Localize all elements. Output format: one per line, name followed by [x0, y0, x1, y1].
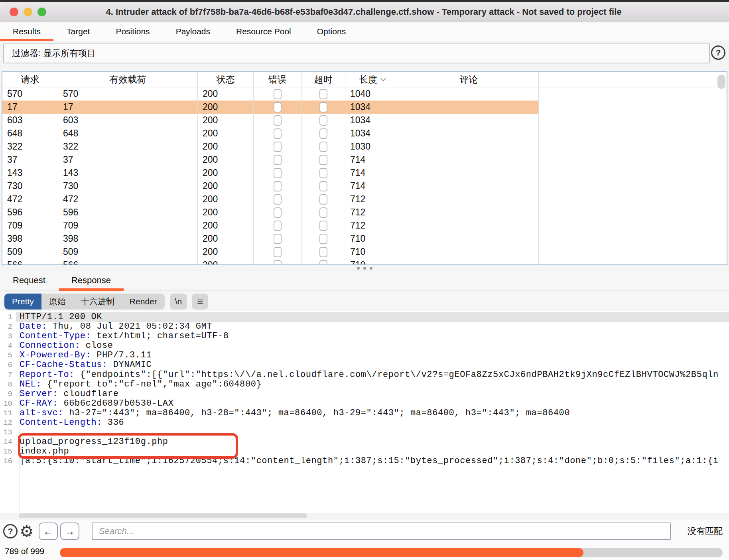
cell-error: [254, 206, 301, 219]
cell-request: 596: [2, 206, 58, 219]
cell-request: 648: [2, 127, 58, 140]
newline-toggle-button[interactable]: \n: [170, 294, 187, 310]
error-checkbox[interactable]: [274, 155, 282, 165]
timeout-checkbox[interactable]: [319, 181, 327, 191]
cell-status: 200: [198, 153, 254, 166]
cell-payload: 566: [58, 258, 198, 265]
line-number: 12: [0, 418, 16, 428]
timeout-checkbox[interactable]: [319, 194, 327, 205]
cell-timeout: [301, 114, 345, 127]
cell-request: 603: [2, 114, 58, 127]
maximize-button[interactable]: [37, 8, 46, 16]
error-checkbox[interactable]: [274, 194, 282, 205]
column-header-comment[interactable]: 评论: [399, 72, 539, 87]
timeout-checkbox[interactable]: [319, 247, 327, 257]
minimize-button[interactable]: [24, 8, 32, 16]
splitter-handle-icon[interactable]: [0, 265, 729, 271]
timeout-checkbox[interactable]: [319, 115, 327, 126]
table-row[interactable]: 596 596 200 712: [2, 206, 727, 219]
error-checkbox[interactable]: [274, 142, 282, 152]
column-header-payload[interactable]: 有效载荷: [58, 72, 198, 87]
table-row[interactable]: 398 398 200 710: [2, 232, 727, 245]
error-checkbox[interactable]: [274, 168, 282, 178]
tab-request[interactable]: Request: [13, 271, 45, 290]
timeout-checkbox[interactable]: [319, 155, 327, 165]
table-row[interactable]: 143 143 200 714: [2, 166, 727, 179]
search-help-icon[interactable]: ?: [3, 524, 18, 538]
cell-comment: [399, 179, 539, 193]
error-checkbox[interactable]: [274, 128, 282, 139]
error-checkbox[interactable]: [274, 221, 282, 231]
table-row[interactable]: 17 17 200 1034: [2, 101, 727, 114]
tab-resource-pool[interactable]: Resource Pool: [236, 22, 291, 41]
timeout-checkbox[interactable]: [319, 260, 327, 266]
column-header-error[interactable]: 错误: [254, 72, 301, 87]
error-checkbox[interactable]: [274, 260, 282, 266]
filter-bar[interactable]: 过滤器: 显示所有项目: [3, 43, 710, 63]
tab-response[interactable]: Response: [71, 271, 111, 290]
next-match-button[interactable]: →: [60, 523, 79, 540]
line-content: Date: Thu, 08 Jul 2021 05:02:34 GMT: [16, 322, 729, 331]
table-row[interactable]: 37 37 200 714: [2, 153, 727, 166]
cell-request: 472: [2, 193, 58, 206]
table-row[interactable]: 570 570 200 1040: [2, 87, 727, 101]
tab-payloads[interactable]: Payloads: [176, 22, 210, 41]
timeout-checkbox[interactable]: [319, 128, 327, 139]
table-row[interactable]: 603 603 200 1034: [2, 114, 727, 127]
segment-pretty[interactable]: Pretty: [4, 294, 41, 310]
error-checkbox[interactable]: [274, 89, 282, 99]
response-editor[interactable]: 1 HTTP/1.1 200 OK 2 Date: Thu, 08 Jul 20…: [0, 311, 729, 513]
table-row[interactable]: 322 322 200 1030: [2, 140, 727, 153]
menu-icon: ≡: [197, 296, 203, 307]
tab-positions[interactable]: Positions: [116, 22, 150, 41]
cell-length: 710: [345, 245, 399, 258]
timeout-checkbox[interactable]: [319, 207, 327, 218]
cell-status: 200: [198, 232, 254, 245]
column-header-request[interactable]: 请求: [2, 72, 58, 87]
timeout-checkbox[interactable]: [319, 89, 327, 99]
segment-render[interactable]: Render: [122, 294, 165, 310]
table-row[interactable]: 509 509 200 710: [2, 245, 727, 258]
cell-status: 200: [198, 245, 254, 258]
timeout-checkbox[interactable]: [319, 142, 327, 152]
tab-options[interactable]: Options: [317, 22, 346, 41]
vertical-scrollbar-thumb[interactable]: [717, 75, 725, 89]
tab-results[interactable]: Results: [13, 22, 41, 41]
timeout-checkbox[interactable]: [319, 102, 327, 112]
table-row[interactable]: 566 566 200 710: [2, 258, 727, 265]
horizontal-scrollbar-thumb[interactable]: [19, 513, 307, 518]
column-header-timeout[interactable]: 超时: [301, 72, 345, 87]
table-row[interactable]: 730 730 200 714: [2, 179, 727, 193]
cell-comment: [399, 87, 539, 101]
table-row[interactable]: 648 648 200 1034: [2, 127, 727, 140]
search-input[interactable]: [92, 523, 671, 540]
close-button[interactable]: [10, 8, 18, 16]
segment-raw[interactable]: 原始: [41, 294, 73, 310]
cell-error: [254, 232, 301, 245]
previous-match-button[interactable]: ←: [39, 523, 58, 540]
error-checkbox[interactable]: [274, 207, 282, 218]
cell-comment: [399, 245, 539, 258]
cell-payload: 596: [58, 206, 198, 219]
error-checkbox[interactable]: [274, 102, 282, 112]
results-table: 请求 有效载荷 状态 错误 超时 长度 评论 570 570 200 1040 …: [2, 71, 727, 265]
error-checkbox[interactable]: [274, 181, 282, 191]
cell-status: 200: [198, 114, 254, 127]
cell-length: 712: [345, 219, 399, 232]
cell-length: 710: [345, 258, 399, 265]
error-checkbox[interactable]: [274, 234, 282, 244]
segment-hex[interactable]: 十六进制: [73, 294, 122, 310]
timeout-checkbox[interactable]: [319, 221, 327, 231]
help-icon[interactable]: ?: [711, 45, 725, 60]
column-header-status[interactable]: 状态: [198, 72, 254, 87]
table-row[interactable]: 472 472 200 712: [2, 193, 727, 206]
timeout-checkbox[interactable]: [319, 234, 327, 244]
column-header-length[interactable]: 长度: [345, 72, 399, 87]
gear-icon[interactable]: ⚙: [20, 521, 34, 542]
timeout-checkbox[interactable]: [319, 168, 327, 178]
editor-menu-button[interactable]: ≡: [192, 294, 208, 310]
table-row[interactable]: 709 709 200 712: [2, 219, 727, 232]
tab-target[interactable]: Target: [67, 22, 90, 41]
error-checkbox[interactable]: [274, 247, 282, 257]
error-checkbox[interactable]: [274, 115, 282, 126]
